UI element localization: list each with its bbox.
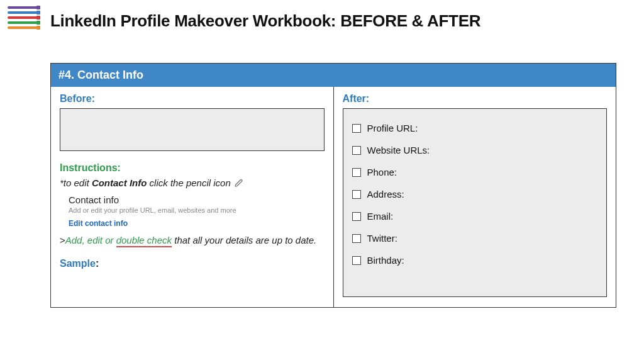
- checklist-item: Website URLs:: [352, 145, 598, 155]
- after-label: After:: [343, 93, 608, 104]
- before-label: Before:: [60, 93, 325, 104]
- contact-info-title: Contact info: [69, 194, 325, 205]
- section-card: #4. Contact Info Before: Instructions: *…: [50, 63, 616, 308]
- checklist-item: Profile URL:: [352, 123, 598, 133]
- sample-label-text: Sample: [60, 258, 96, 269]
- section-header: #4. Contact Info: [51, 64, 616, 87]
- instructions-line-1: *to edit Contact Info click the pencil i…: [60, 177, 325, 188]
- instr2-green: Add, edit or: [65, 235, 116, 245]
- sample-label-colon: :: [96, 258, 99, 269]
- instr2-tail: that all your details are up to date.: [172, 235, 316, 245]
- instructions-label: Instructions:: [60, 162, 325, 174]
- sample-label: Sample:: [60, 258, 325, 269]
- checklist-item-label: Address:: [367, 189, 404, 200]
- instr-suffix: click the pencil icon: [147, 177, 230, 188]
- after-column: After: Profile URL: Website URLs: Phone:…: [334, 87, 616, 307]
- page-title: LinkedIn Profile Makeover Workbook: BEFO…: [50, 11, 480, 31]
- before-input-box[interactable]: [60, 108, 325, 151]
- checklist-item: Email:: [352, 211, 598, 222]
- checkbox-icon[interactable]: [352, 234, 361, 243]
- instr-prefix: *to edit: [60, 177, 92, 188]
- instructions-line-2: >Add, edit or double check that all your…: [60, 234, 325, 247]
- checkbox-icon[interactable]: [352, 146, 361, 155]
- checklist-item: Phone:: [352, 167, 598, 177]
- instr-bold: Contact Info: [92, 177, 147, 188]
- checklist-item-label: Birthday:: [367, 255, 404, 266]
- checklist-item-label: Profile URL:: [367, 123, 418, 133]
- instr2-green-underlined: double check: [116, 235, 172, 247]
- checkbox-icon[interactable]: [352, 168, 361, 177]
- contact-info-subtitle: Add or edit your profile URL, email, web…: [69, 206, 325, 214]
- after-checklist-box: Profile URL: Website URLs: Phone: Addres…: [343, 108, 608, 297]
- checkbox-icon[interactable]: [352, 212, 361, 221]
- checklist-item: Twitter:: [352, 233, 598, 244]
- instr2-gt: >: [60, 235, 65, 245]
- checklist-item-label: Website URLs:: [367, 145, 430, 155]
- checklist-item-label: Phone:: [367, 167, 397, 177]
- contact-info-example: Contact info Add or edit your profile UR…: [69, 194, 325, 228]
- checkbox-icon[interactable]: [352, 256, 361, 265]
- checklist-item: Address:: [352, 189, 598, 200]
- edit-contact-info-link[interactable]: Edit contact info: [69, 219, 325, 228]
- logo-icon: [8, 5, 39, 30]
- checklist-item-label: Twitter:: [367, 233, 397, 244]
- before-column: Before: Instructions: *to edit Contact I…: [51, 87, 334, 307]
- pencil-icon: [235, 179, 243, 188]
- checkbox-icon[interactable]: [352, 124, 361, 133]
- checklist-item: Birthday:: [352, 255, 598, 266]
- checklist-item-label: Email:: [367, 211, 394, 222]
- checkbox-icon[interactable]: [352, 190, 361, 199]
